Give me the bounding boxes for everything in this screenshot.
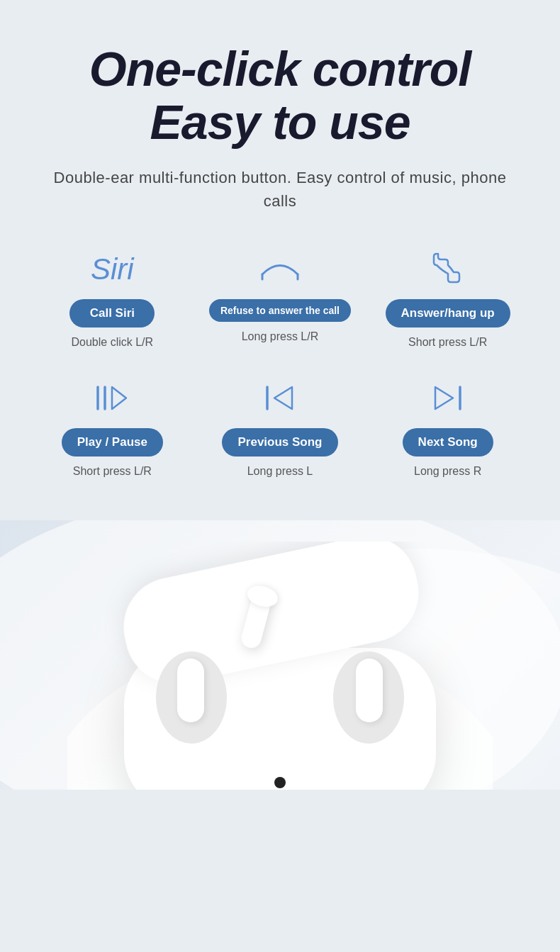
subtitle-text: Double-ear multi-function button. Easy c…	[43, 166, 517, 213]
siri-icon: Siri	[91, 248, 134, 291]
earbuds-background	[0, 520, 560, 790]
refuse-badge: Refuse to answer the call	[209, 299, 351, 322]
control-item-next: Next Song Long press R	[377, 377, 519, 478]
svg-marker-8	[435, 387, 453, 409]
svg-marker-6	[274, 387, 292, 409]
page-wrapper: One-click control Easy to use Double-ear…	[0, 0, 560, 790]
play-label: Short press L/R	[73, 465, 152, 478]
play-badge: Play / Pause	[62, 428, 163, 457]
answer-label: Short press L/R	[408, 336, 487, 349]
control-item-prev: Previous Song Long press L	[209, 377, 351, 478]
next-badge: Next Song	[403, 428, 493, 457]
svg-marker-4	[112, 387, 126, 409]
svg-point-14	[274, 777, 286, 788]
call-siri-label: Double click L/R	[72, 336, 154, 349]
phone-icon	[428, 248, 467, 291]
answer-badge: Answer/hang up	[386, 299, 510, 327]
controls-row-2: Play / Pause Short press L/R Previous So…	[28, 377, 532, 478]
play-pause-icon	[91, 377, 133, 420]
prev-badge: Previous Song	[222, 428, 337, 457]
earbuds-case-svg	[67, 542, 493, 790]
hang-up-icon	[255, 248, 305, 291]
prev-label: Long press L	[247, 465, 313, 478]
call-siri-badge: Call Siri	[69, 299, 155, 327]
svg-rect-15	[177, 659, 204, 722]
earbuds-image-section	[0, 520, 560, 790]
controls-section: Siri Call Siri Double click L/R Refuse t…	[0, 227, 560, 506]
control-item-refuse: Refuse to answer the call Long press L/R	[209, 248, 351, 343]
next-label: Long press R	[414, 465, 481, 478]
svg-rect-16	[356, 659, 383, 722]
controls-row-1: Siri Call Siri Double click L/R Refuse t…	[28, 248, 532, 349]
main-title: One-click control Easy to use	[43, 43, 517, 149]
control-item-answer: Answer/hang up Short press L/R	[377, 248, 519, 349]
hero-section: One-click control Easy to use Double-ear…	[0, 0, 560, 227]
prev-icon	[260, 377, 299, 420]
next-icon	[428, 377, 467, 420]
control-item-siri: Siri Call Siri Double click L/R	[41, 248, 183, 349]
control-item-play: Play / Pause Short press L/R	[41, 377, 183, 478]
refuse-label: Long press L/R	[242, 330, 319, 343]
